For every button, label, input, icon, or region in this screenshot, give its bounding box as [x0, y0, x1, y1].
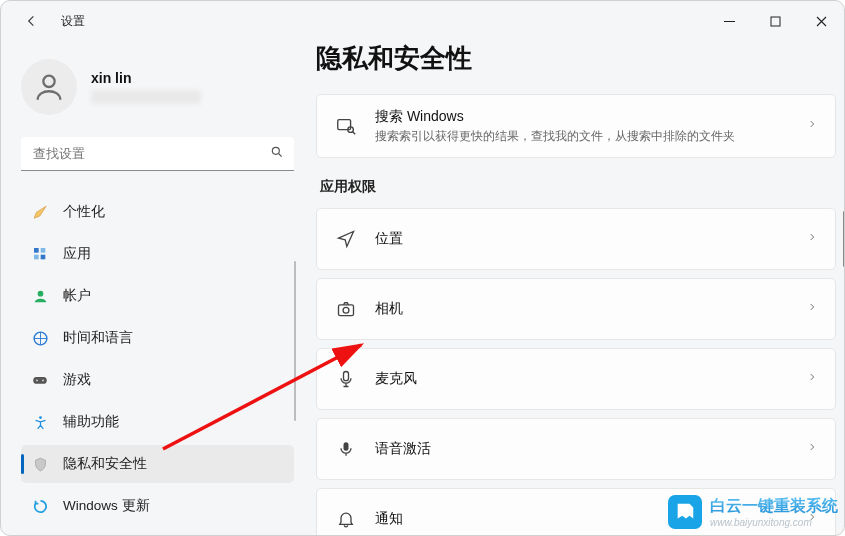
svg-point-12	[39, 416, 42, 419]
sidebar-item-accounts[interactable]: 帐户	[21, 277, 294, 315]
sidebar-item-label: 应用	[63, 245, 91, 263]
sidebar-item-time-language[interactable]: 时间和语言	[21, 319, 294, 357]
back-button[interactable]	[21, 10, 43, 32]
sidebar-item-label: 时间和语言	[63, 329, 133, 347]
card-title: 搜索 Windows	[375, 108, 807, 126]
close-button[interactable]	[798, 1, 844, 41]
page-title: 隐私和安全性	[316, 41, 836, 76]
svg-rect-15	[339, 305, 354, 316]
sidebar: xin lin 个性化 应用	[1, 41, 306, 535]
svg-point-1	[43, 76, 54, 87]
card-camera[interactable]: 相机	[316, 278, 836, 340]
svg-point-2	[272, 147, 279, 154]
svg-rect-3	[34, 248, 39, 253]
chevron-right-icon	[807, 300, 817, 318]
sidebar-nav: 个性化 应用 帐户 时间和语言	[21, 193, 294, 525]
shield-icon	[31, 455, 49, 473]
body: xin lin 个性化 应用	[1, 41, 844, 535]
minimize-button[interactable]	[706, 1, 752, 41]
apps-icon	[31, 245, 49, 263]
chevron-right-icon	[807, 230, 817, 248]
svg-point-10	[36, 379, 38, 381]
sidebar-item-personalization[interactable]: 个性化	[21, 193, 294, 231]
search-input[interactable]	[21, 137, 294, 171]
card-search-windows[interactable]: 搜索 Windows 搜索索引以获得更快的结果，查找我的文件，从搜索中排除的文件…	[316, 94, 836, 158]
card-location[interactable]: 位置	[316, 208, 836, 270]
clock-globe-icon	[31, 329, 49, 347]
svg-rect-9	[33, 377, 47, 384]
sidebar-item-label: 隐私和安全性	[63, 455, 147, 473]
sidebar-item-label: 个性化	[63, 203, 105, 221]
svg-point-7	[37, 290, 43, 296]
settings-window: 设置 xin lin	[0, 0, 845, 536]
card-microphone[interactable]: 麦克风	[316, 348, 836, 410]
watermark-text-en: www.baiyunxitong.com	[710, 517, 838, 528]
profile-name: xin lin	[91, 70, 201, 86]
watermark: 白云一键重装系统 www.baiyunxitong.com	[668, 495, 838, 529]
camera-icon	[335, 298, 357, 320]
card-label: 麦克风	[375, 370, 807, 388]
voice-activation-icon	[335, 438, 357, 460]
sidebar-item-label: 帐户	[63, 287, 91, 305]
sidebar-item-label: Windows 更新	[63, 497, 150, 515]
titlebar-left: 设置	[21, 10, 85, 32]
sidebar-scrollbar[interactable]	[294, 261, 296, 421]
main-content: 隐私和安全性 搜索 Windows 搜索索引以获得更快的结果，查找我的文件，从搜…	[306, 41, 844, 535]
location-icon	[335, 228, 357, 250]
sidebar-item-apps[interactable]: 应用	[21, 235, 294, 273]
sidebar-item-label: 游戏	[63, 371, 91, 389]
window-controls	[706, 1, 844, 41]
card-label: 相机	[375, 300, 807, 318]
chevron-right-icon	[807, 440, 817, 458]
microphone-icon	[335, 368, 357, 390]
search-icon	[270, 145, 284, 163]
svg-rect-18	[344, 442, 349, 450]
account-icon	[31, 287, 49, 305]
chevron-right-icon	[807, 117, 817, 135]
maximize-button[interactable]	[752, 1, 798, 41]
svg-rect-4	[41, 248, 46, 253]
svg-point-11	[42, 379, 44, 381]
sidebar-item-privacy[interactable]: 隐私和安全性	[21, 445, 294, 483]
svg-rect-6	[41, 255, 46, 260]
accessibility-icon	[31, 413, 49, 431]
watermark-text-cn: 白云一键重装系统	[710, 496, 838, 517]
svg-rect-0	[771, 17, 780, 26]
paintbrush-icon	[31, 203, 49, 221]
sidebar-item-windows-update[interactable]: Windows 更新	[21, 487, 294, 525]
card-voice-activation[interactable]: 语音激活	[316, 418, 836, 480]
bell-icon	[335, 508, 357, 530]
sidebar-item-accessibility[interactable]: 辅助功能	[21, 403, 294, 441]
svg-rect-5	[34, 255, 39, 260]
profile-text: xin lin	[91, 70, 201, 104]
gamepad-icon	[31, 371, 49, 389]
nav-wrap: 个性化 应用 帐户 时间和语言	[21, 193, 294, 529]
avatar-icon	[21, 59, 77, 115]
svg-point-16	[343, 307, 349, 313]
section-header-app-permissions: 应用权限	[320, 178, 836, 196]
search-box[interactable]	[21, 137, 294, 171]
card-label: 位置	[375, 230, 807, 248]
update-icon	[31, 497, 49, 515]
chevron-right-icon	[807, 370, 817, 388]
card-label: 语音激活	[375, 440, 807, 458]
profile-email-blurred	[91, 90, 201, 104]
titlebar: 设置	[1, 1, 844, 41]
sidebar-item-label: 辅助功能	[63, 413, 119, 431]
profile-block[interactable]: xin lin	[21, 59, 294, 115]
sidebar-item-gaming[interactable]: 游戏	[21, 361, 294, 399]
svg-rect-17	[344, 372, 349, 381]
search-windows-icon	[335, 115, 357, 137]
watermark-logo-icon	[668, 495, 702, 529]
card-label-wrap: 搜索 Windows 搜索索引以获得更快的结果，查找我的文件，从搜索中排除的文件…	[375, 108, 807, 144]
app-title: 设置	[61, 13, 85, 30]
card-desc: 搜索索引以获得更快的结果，查找我的文件，从搜索中排除的文件夹	[375, 129, 807, 144]
